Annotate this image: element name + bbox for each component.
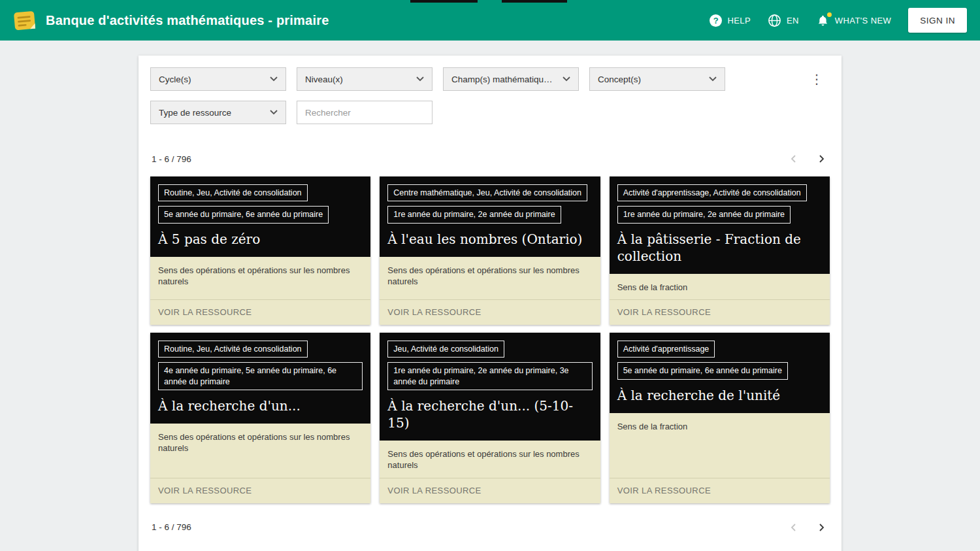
card-description: Sens des opérations et opérations sur le… [150, 257, 370, 300]
help-label: HELP [727, 16, 751, 25]
card-title: À la recherche d'un... (5-10-15) [387, 397, 592, 431]
chevron-down-icon [709, 76, 717, 82]
resource-type-tag: Jeu, Activité de consolidation [387, 341, 504, 358]
language-label: EN [787, 16, 799, 25]
resource-card: Routine, Jeu, Activité de consolidation … [150, 176, 370, 325]
card-description: Sens de la fraction [610, 274, 830, 300]
help-button[interactable]: ? HELP [710, 14, 751, 27]
chevron-down-icon [416, 76, 424, 82]
resource-card: Activité d'apprentissage, Activité de co… [610, 176, 830, 325]
more-options-icon[interactable]: ⋮ [806, 71, 827, 87]
view-resource-button[interactable]: VOIR LA RESSOURCE [380, 478, 600, 503]
next-page-button[interactable] [814, 152, 828, 166]
page-range: 1 - 6 / 796 [152, 522, 191, 532]
pagination-top: 1 - 6 / 796 [150, 152, 830, 166]
pager [787, 152, 828, 166]
grade-tag: 5e année du primaire, 6e année du primai… [158, 206, 329, 223]
top-edge-artifact-1 [410, 0, 478, 3]
resource-type-tag: Activité d'apprentissage, Activité de co… [617, 184, 807, 201]
card-description: Sens des opérations et opérations sur le… [380, 441, 600, 478]
card-description: Sens des opérations et opérations sur le… [380, 257, 600, 300]
grade-tag: 1re année du primaire, 2e année du prima… [617, 206, 791, 223]
prev-page-button[interactable] [787, 520, 801, 535]
card-header: Routine, Jeu, Activité de consolidation … [150, 176, 370, 257]
next-page-button[interactable] [814, 520, 828, 535]
filter-math-fields-label: Champ(s) mathématique(... [451, 75, 557, 84]
card-header: Routine, Jeu, Activité de consolidation … [150, 333, 370, 424]
pager [787, 520, 828, 535]
pagination-bottom: 1 - 6 / 796 [150, 520, 830, 535]
card-header: Jeu, Activité de consolidation 1re année… [380, 333, 600, 441]
grade-tag: 1re année du primaire, 2e année du prima… [387, 206, 561, 223]
card-title: À la recherche de l'unité [617, 387, 822, 404]
globe-icon [768, 14, 781, 27]
filter-cycles-dropdown[interactable]: Cycle(s) [150, 67, 286, 91]
filter-resource-type-dropdown[interactable]: Type de ressource [150, 101, 286, 124]
card-title: À la pâtisserie - Fraction de collection [617, 231, 822, 265]
results-grid: Routine, Jeu, Activité de consolidation … [150, 176, 830, 503]
chevron-down-icon [270, 110, 278, 115]
help-icon: ? [710, 14, 722, 27]
brand: Banque d'activités mathématiques - prima… [12, 7, 329, 33]
app-header: Banque d'activités mathématiques - prima… [0, 0, 980, 41]
card-header: Activité d'apprentissage 5e année du pri… [610, 333, 830, 413]
sign-in-button[interactable]: SIGN IN [908, 8, 967, 33]
chevron-down-icon [563, 76, 570, 82]
resource-type-tag: Activité d'apprentissage [617, 341, 715, 358]
main-content: Cycle(s) Niveau(x) Champ(s) mathématique… [0, 41, 980, 551]
filter-cycles-label: Cycle(s) [159, 75, 191, 84]
filter-levels-dropdown[interactable]: Niveau(x) [297, 67, 433, 91]
chevron-down-icon [270, 76, 278, 82]
search-input[interactable] [297, 101, 433, 124]
header-actions: ? HELP EN WHAT'S NEW SIGN [710, 8, 967, 33]
view-resource-button[interactable]: VOIR LA RESSOURCE [150, 478, 370, 503]
view-resource-button[interactable]: VOIR LA RESSOURCE [610, 299, 830, 325]
resource-card: Routine, Jeu, Activité de consolidation … [150, 333, 370, 503]
resource-type-tag: Routine, Jeu, Activité de consolidation [158, 184, 308, 201]
filter-concepts-label: Concept(s) [598, 75, 641, 84]
filter-resource-type-label: Type de ressource [159, 108, 231, 118]
filters-row-1: Cycle(s) Niveau(x) Champ(s) mathématique… [150, 67, 830, 91]
resource-card: Activité d'apprentissage 5e année du pri… [610, 333, 830, 503]
resource-type-tag: Routine, Jeu, Activité de consolidation [158, 341, 308, 358]
notification-dot [827, 12, 832, 17]
resource-type-tag: Centre mathématique, Jeu, Activité de co… [387, 184, 587, 201]
whats-new-button[interactable]: WHAT'S NEW [816, 14, 891, 27]
app-title: Banque d'activités mathématiques - prima… [46, 13, 329, 28]
card-description: Sens de la fraction [610, 413, 830, 478]
filters-row-2: Type de ressource [150, 101, 830, 124]
language-button[interactable]: EN [768, 14, 799, 27]
view-resource-button[interactable]: VOIR LA RESSOURCE [610, 478, 830, 503]
card-title: À la recherche d'un... [158, 397, 363, 414]
card-title: À l'eau les nombres (Ontario) [387, 231, 592, 248]
app-logo-icon [12, 7, 38, 33]
view-resource-button[interactable]: VOIR LA RESSOURCE [380, 299, 600, 325]
prev-page-button[interactable] [787, 152, 801, 166]
card-header: Activité d'apprentissage, Activité de co… [610, 176, 830, 274]
page-range: 1 - 6 / 796 [152, 154, 191, 164]
top-edge-artifact-2 [502, 0, 567, 3]
grade-tag: 4e année du primaire, 5e année du primai… [158, 362, 363, 390]
results-panel: Cycle(s) Niveau(x) Champ(s) mathématique… [139, 56, 841, 551]
whats-new-label: WHAT'S NEW [835, 16, 891, 25]
card-header: Centre mathématique, Jeu, Activité de co… [380, 176, 600, 257]
grade-tag: 1re année du primaire, 2e année du prima… [387, 362, 592, 390]
grade-tag: 5e année du primaire, 6e année du primai… [617, 362, 788, 379]
card-description: Sens des opérations et opérations sur le… [150, 424, 370, 478]
resource-card: Centre mathématique, Jeu, Activité de co… [380, 176, 600, 325]
filter-levels-label: Niveau(x) [305, 75, 343, 84]
filter-math-fields-dropdown[interactable]: Champ(s) mathématique(... [443, 67, 579, 91]
view-resource-button[interactable]: VOIR LA RESSOURCE [150, 299, 370, 325]
card-title: À 5 pas de zéro [158, 231, 363, 248]
resource-card: Jeu, Activité de consolidation 1re année… [380, 333, 600, 503]
bell-icon [816, 14, 830, 27]
filter-concepts-dropdown[interactable]: Concept(s) [589, 67, 725, 91]
